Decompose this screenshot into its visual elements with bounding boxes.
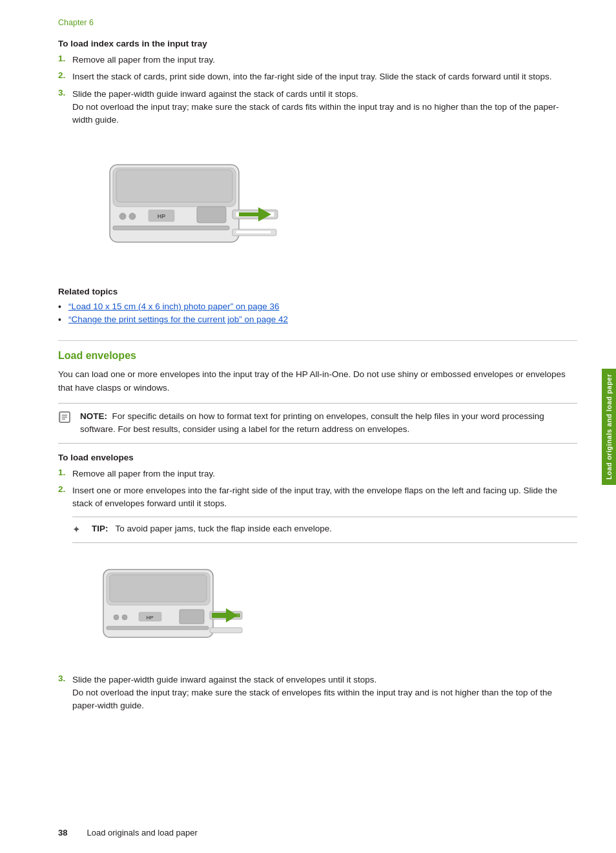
- svg-rect-9: [113, 226, 229, 230]
- load-envelopes-heading: Load envelopes: [58, 350, 577, 362]
- step-item: 3. Slide the paper-width guide inward ag…: [58, 88, 577, 127]
- step-text: Remove all paper from the input tray.: [72, 468, 577, 480]
- related-link-1[interactable]: “Load 10 x 15 cm (4 x 6 inch) photo pape…: [68, 302, 279, 311]
- load-envelopes-intro: You can load one or more envelopes into …: [58, 368, 577, 395]
- step-number: 2.: [58, 484, 72, 511]
- tip-box: ✦ TIP: To avoid paper jams, tuck the fla…: [72, 517, 577, 543]
- note-text: NOTE: For specific details on how to for…: [80, 410, 577, 437]
- page-footer: 38 Load originals and load paper: [58, 828, 577, 838]
- page-container: Chapter 6 To load index cards in the inp…: [0, 0, 616, 853]
- svg-rect-27: [107, 626, 209, 630]
- related-topics-title: Related topics: [58, 287, 577, 296]
- section-divider: [58, 340, 577, 341]
- step-number: 2.: [58, 70, 72, 83]
- step-item: 1. Remove all paper from the input tray.: [58, 468, 577, 480]
- step-item: 2. Insert the stack of cards, print side…: [58, 70, 577, 83]
- svg-rect-25: [212, 613, 227, 618]
- footer-label: Load originals and load paper: [87, 828, 197, 838]
- step-number: 1.: [58, 54, 72, 67]
- step-item: 3. Slide the paper-width guide inward ag…: [58, 673, 577, 713]
- tip-text: TIP: To avoid paper jams, tuck the flap …: [92, 522, 332, 535]
- tip-body: To avoid paper jams, tuck the flap insid…: [116, 524, 332, 533]
- bullet-icon: •: [58, 302, 68, 312]
- step-text: Insert one or more envelopes into the fa…: [72, 484, 577, 511]
- step-text: Slide the paper-width guide inward again…: [72, 88, 577, 127]
- svg-point-29: [122, 615, 127, 620]
- related-link-2[interactable]: “Change the print settings for the curre…: [68, 314, 288, 324]
- printer-image-1: HP: [84, 142, 291, 271]
- envelope-step3: 3. Slide the paper-width guide inward ag…: [58, 673, 577, 713]
- bullet-icon: •: [58, 314, 68, 325]
- step-text: Insert the stack of cards, print side do…: [72, 70, 577, 83]
- svg-rect-2: [116, 170, 232, 202]
- section1-steps: 1. Remove all paper from the input tray.…: [58, 54, 577, 127]
- note-body: For specific details on how to format te…: [80, 411, 544, 434]
- svg-rect-21: [110, 575, 207, 602]
- related-topics-list: • “Load 10 x 15 cm (4 x 6 inch) photo pa…: [58, 302, 577, 325]
- svg-rect-32: [180, 610, 204, 624]
- svg-rect-7: [239, 212, 260, 216]
- tip-icon: ✦: [72, 522, 88, 537]
- step-text: Slide the paper-width guide inward again…: [72, 673, 577, 713]
- section-load-index-cards: To load index cards in the input tray 1.…: [58, 39, 577, 127]
- svg-marker-24: [226, 608, 238, 622]
- load-envelopes-section: Load envelopes You can load one or more …: [58, 350, 577, 712]
- chapter-label: Chapter 6: [58, 18, 577, 27]
- related-topics: Related topics • “Load 10 x 15 cm (4 x 6…: [58, 287, 577, 325]
- side-tab: Load originals and load paper: [602, 369, 616, 485]
- load-envelopes-subtitle: To load envelopes: [58, 453, 577, 462]
- svg-text:HP: HP: [158, 213, 166, 220]
- printer-illustration-1: HP: [90, 145, 284, 268]
- printer-illustration-2: HP: [90, 557, 245, 660]
- svg-text:HP: HP: [146, 615, 154, 621]
- svg-point-28: [114, 615, 119, 620]
- svg-point-11: [129, 213, 136, 220]
- list-item: • “Change the print settings for the cur…: [58, 314, 577, 325]
- printer-image-2: HP: [84, 553, 252, 663]
- note-label: NOTE:: [80, 411, 107, 421]
- svg-rect-14: [236, 231, 271, 234]
- step-number: 3.: [58, 673, 72, 713]
- step-item: 2. Insert one or more envelopes into the…: [58, 484, 577, 511]
- note-box: NOTE: For specific details on how to for…: [58, 403, 577, 444]
- svg-marker-6: [258, 207, 271, 221]
- step-item: 1. Remove all paper from the input tray.: [58, 54, 577, 67]
- step-number: 1.: [58, 468, 72, 480]
- envelope-steps: 1. Remove all paper from the input tray.…: [58, 468, 577, 511]
- svg-rect-3: [197, 207, 226, 223]
- side-tab-text: Load originals and load paper: [605, 374, 613, 480]
- step-text: Remove all paper from the input tray.: [72, 54, 577, 67]
- svg-rect-26: [210, 628, 242, 633]
- note-icon: [58, 411, 75, 429]
- svg-point-10: [119, 213, 126, 220]
- step-number: 3.: [58, 88, 72, 127]
- section1-title: To load index cards in the input tray: [58, 39, 577, 48]
- tip-label: TIP:: [92, 524, 108, 533]
- footer-page-number: 38: [58, 828, 67, 838]
- list-item: • “Load 10 x 15 cm (4 x 6 inch) photo pa…: [58, 302, 577, 312]
